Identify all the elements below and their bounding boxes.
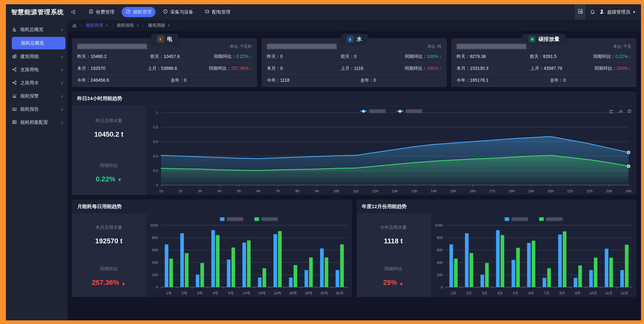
chevron-up-icon: ∧ — [61, 55, 64, 59]
card-title: 昨日24小时用能趋势 — [72, 92, 636, 106]
tab-separator: | — [81, 23, 82, 28]
building-icon — [12, 54, 17, 60]
sidebar-item-branch-electricity[interactable]: 支路用电 ∨ — [6, 63, 68, 76]
svg-text:12月: 12月 — [620, 291, 628, 295]
svg-text:3月: 3月 — [482, 291, 487, 295]
sidebar-item-energy-alarm[interactable]: 能耗报警 ∨ — [6, 90, 68, 103]
window-frame: 智慧能源管理系统 ¥ 收费管理 能耗管理 — [0, 0, 644, 324]
tab-building-energy[interactable]: 建筑用能 × — [148, 22, 170, 28]
tab-energy-report[interactable]: 能耗报告 × — [117, 22, 139, 28]
svg-text:19h: 19h — [528, 189, 534, 193]
svg-text:7月: 7月 — [544, 291, 549, 295]
svg-text:11h: 11h — [353, 189, 359, 193]
bottom-charts-row: 月能耗每日用能趋势 本月总用水量 192570 t 同期环比 — [72, 200, 636, 297]
bar-chart-toggle-icon[interactable] — [618, 109, 623, 114]
svg-text:0.8: 0.8 — [153, 125, 158, 129]
chart-legend — [430, 217, 636, 221]
sidebar-item-energy-overview-active[interactable]: 能耗总概览 — [12, 37, 66, 49]
water-drop-icon — [346, 36, 354, 43]
legend-label-redacted — [512, 217, 528, 221]
svg-text:4号: 4号 — [213, 291, 218, 295]
data-screen-button[interactable] — [575, 4, 586, 20]
menu-item-energy[interactable]: 能耗管理 — [122, 7, 156, 17]
svg-text:800: 800 — [436, 236, 443, 240]
svg-text:13h: 13h — [411, 189, 417, 193]
battery-bolt-icon — [204, 9, 210, 15]
tab-bar: | 能耗管理 × | 能耗报告 × | 建筑用能 × — [68, 20, 641, 31]
stat-row: 昨天：10480.2 前天：10457.6 同期环比：0.22%↓ — [77, 51, 252, 63]
sidebar-item-energy-report[interactable]: 能耗报告 ∨ — [6, 103, 68, 116]
chevron-down-icon: ∨ — [61, 68, 64, 72]
summary-cell: 昨日总用水量 10450.2 t — [72, 106, 146, 150]
trend-marker: ▲ — [399, 281, 404, 286]
card-daily-trend: 月能耗每日用能趋势 本月总用水量 192570 t 同期环比 — [72, 200, 352, 297]
home-icon[interactable] — [72, 23, 77, 28]
sidebar-item-branch-water[interactable]: 之路用水 ∨ — [6, 76, 68, 90]
building-chart-icon — [12, 27, 17, 33]
legend-swatch-green — [539, 217, 544, 221]
branch-share-icon — [12, 80, 17, 86]
legend-item[interactable] — [360, 109, 386, 113]
refresh-icon[interactable] — [627, 109, 632, 114]
trend-arrow: ↑ — [629, 66, 631, 71]
sidebar: 能耗总概览 ∧ 能耗总概览 建筑用能 ∧ — [6, 20, 68, 320]
sidebar-item-energy-overview-group[interactable]: 能耗总概览 ∧ — [6, 23, 68, 36]
summary-cell: 同期环比 0.22%▼ — [72, 150, 146, 195]
daily-bar-chart-canvas[interactable]: 020040060080010001号2号3号4号5号14号15号16号28号2… — [146, 214, 352, 297]
svg-text:6h: 6h — [256, 189, 260, 193]
redacted-project-name — [77, 44, 147, 49]
summary-cell: 同期环比 25%▲ — [356, 255, 430, 297]
svg-text:0: 0 — [156, 183, 158, 187]
legend-swatch-green — [254, 217, 259, 221]
legend-item[interactable] — [504, 217, 528, 221]
svg-text:0: 0 — [156, 285, 158, 289]
svg-text:600: 600 — [152, 248, 158, 252]
close-icon[interactable]: × — [168, 23, 170, 28]
legend-item[interactable] — [254, 217, 278, 221]
archive-card-icon — [12, 119, 17, 126]
svg-text:5月: 5月 — [513, 291, 518, 295]
svg-text:1号: 1号 — [166, 291, 172, 295]
menu-item-billing[interactable]: ¥ 收费管理 — [84, 7, 118, 17]
svg-text:200: 200 — [152, 273, 158, 277]
svg-text:10h: 10h — [333, 189, 340, 193]
line-chart-canvas[interactable]: 00.20.40.60.811h2h3h4h5h6h7h8h9h10h11h12… — [146, 106, 636, 195]
svg-text:600: 600 — [436, 248, 443, 252]
user-menu[interactable]: 超级管理员 ▼ — [599, 9, 641, 15]
main-menu: ¥ 收费管理 能耗管理 采集与设备 — [84, 7, 234, 17]
stat-row: 今年：1118 去年：0 — [267, 74, 442, 86]
sidebar-item-building-energy[interactable]: 建筑用能 ∧ — [6, 50, 68, 63]
card-monthly-trend: 年度12月份用能趋势 今年总用水量 1118 t 同期环比 — [356, 200, 636, 297]
sidebar-item-energy-archive-config[interactable]: 能耗档案配置 ∨ — [6, 116, 68, 129]
svg-text:30号: 30号 — [320, 291, 328, 295]
receipt-icon: ¥ — [88, 9, 94, 15]
app-title: 智慧能源管理系统 — [11, 8, 64, 16]
svg-text:10月: 10月 — [590, 291, 597, 295]
menu-item-power-distribution[interactable]: 配电管理 — [200, 7, 234, 17]
monthly-bar-chart-area: 020040060080010001月2月3月4月5月6月7月8月9月10月11… — [430, 214, 636, 297]
tab-separator: | — [112, 23, 113, 28]
close-icon[interactable]: × — [137, 23, 139, 28]
branch-share-icon — [12, 67, 17, 73]
svg-text:14号: 14号 — [243, 291, 250, 295]
legend-item[interactable] — [539, 217, 562, 221]
svg-text:24h: 24h — [626, 189, 632, 193]
legend-item[interactable] — [220, 217, 244, 221]
close-icon[interactable]: × — [106, 23, 108, 28]
dashboard-content: 电 单位: 千瓦时 昨天：10480.2 前天：10457.6 同期环比：0.2… — [68, 31, 641, 320]
notification-bell-icon[interactable] — [586, 9, 599, 15]
stat-card-electricity: 电 单位: 千瓦时 昨天：10480.2 前天：10457.6 同期环比：0.2… — [72, 38, 257, 87]
menu-fold-icon[interactable] — [70, 9, 76, 15]
tab-energy-management[interactable]: 能耗管理 × — [86, 22, 108, 28]
monthly-bar-chart-canvas[interactable]: 020040060080010001月2月3月4月5月6月7月8月9月10月11… — [430, 214, 636, 297]
line-chart-toggle-icon[interactable] — [609, 109, 614, 114]
chevron-down-icon: ∨ — [61, 120, 64, 125]
redacted-project-name — [267, 44, 337, 49]
svg-text:13h: 13h — [392, 189, 398, 193]
menu-item-devices[interactable]: 采集与设备 — [159, 7, 197, 17]
legend-label-redacted — [369, 109, 386, 113]
unit-label: 单位: 千克 — [613, 44, 631, 49]
trend-arrow: ↓ — [250, 54, 252, 59]
legend-item[interactable] — [397, 109, 422, 113]
lightning-icon — [157, 36, 164, 43]
